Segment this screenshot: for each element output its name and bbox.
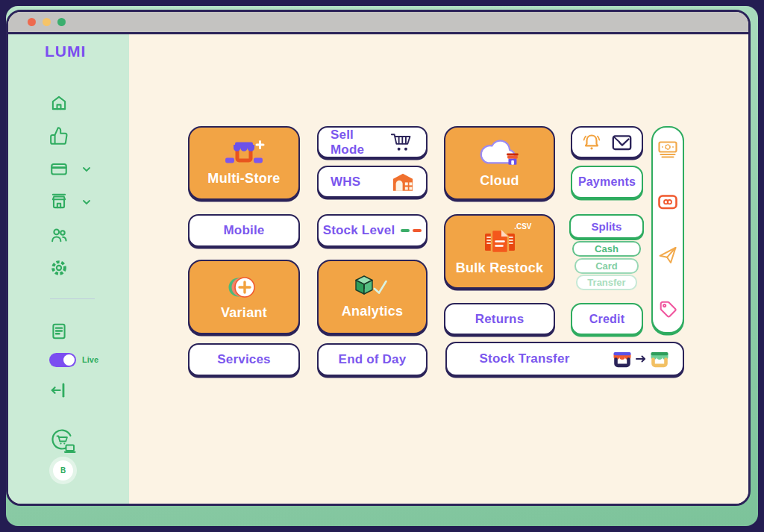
services-tile[interactable]: Services bbox=[188, 343, 300, 376]
variant-circles-icon bbox=[227, 273, 261, 301]
users-icon[interactable] bbox=[49, 225, 69, 245]
sell-mode-tile[interactable]: Sell Mode bbox=[317, 126, 428, 158]
tile-label: Stock Transfer bbox=[447, 351, 602, 366]
stock-transfer-tile[interactable]: Stock Transfer bbox=[445, 342, 684, 376]
whs-tile[interactable]: WHS bbox=[317, 166, 428, 198]
stock-level-dashes-icon bbox=[401, 229, 422, 233]
sidebar-divider bbox=[50, 298, 95, 299]
warehouse-icon bbox=[392, 172, 414, 192]
send-icon[interactable] bbox=[658, 246, 677, 264]
multi-store-icon bbox=[223, 140, 265, 167]
close-button[interactable] bbox=[28, 18, 36, 26]
tile-label: End of Day bbox=[339, 352, 407, 367]
payment-methods-strip bbox=[651, 126, 684, 334]
app-logo: LUMI bbox=[45, 43, 86, 60]
avatar-initial: B bbox=[60, 466, 66, 475]
main-content: Multi-Store Sell Mode WHS bbox=[129, 34, 748, 504]
tile-label: Multi-Store bbox=[207, 171, 280, 187]
tile-label: Payments bbox=[578, 175, 636, 189]
tile-label: Stock Level bbox=[323, 223, 395, 238]
settings-gear-icon[interactable] bbox=[49, 258, 69, 278]
store-icon[interactable] bbox=[49, 192, 69, 211]
thumbs-up-icon[interactable] bbox=[49, 126, 69, 145]
store-transfer-icon bbox=[613, 351, 669, 368]
option-label: Card bbox=[595, 260, 618, 272]
cloud-store-icon bbox=[477, 138, 523, 169]
splits-option-transfer[interactable]: Transfer bbox=[576, 275, 637, 290]
analytics-tile[interactable]: Analytics bbox=[317, 260, 428, 334]
bell-icon bbox=[582, 133, 601, 152]
bulk-restock-tile[interactable]: .CSV Bulk Restock bbox=[444, 214, 555, 289]
option-label: Transfer bbox=[587, 277, 625, 288]
cash-icon[interactable] bbox=[658, 141, 677, 159]
tile-label: Services bbox=[217, 352, 271, 367]
minimize-button[interactable] bbox=[43, 18, 51, 26]
tile-label: Cloud bbox=[480, 173, 519, 189]
cart-icon bbox=[390, 132, 414, 152]
credit-card-icon[interactable] bbox=[658, 195, 677, 210]
tile-label: Mobile bbox=[223, 223, 264, 238]
csv-badge: .CSV bbox=[514, 222, 531, 231]
card-icon[interactable] bbox=[49, 159, 69, 178]
notifications-tile[interactable] bbox=[571, 126, 643, 158]
variant-tile[interactable]: Variant bbox=[188, 260, 300, 334]
mail-check-icon bbox=[612, 134, 632, 151]
tile-label: Variant bbox=[221, 305, 267, 321]
logout-icon[interactable] bbox=[49, 381, 69, 400]
tile-label: Analytics bbox=[342, 304, 404, 319]
pos-cart-icon[interactable] bbox=[49, 428, 76, 454]
tile-label: Sell Mode bbox=[331, 128, 390, 157]
option-label: Cash bbox=[595, 243, 619, 254]
end-of-day-tile[interactable]: End of Day bbox=[317, 343, 428, 376]
home-icon[interactable] bbox=[49, 93, 69, 113]
live-label: Live bbox=[82, 355, 98, 364]
multi-store-tile[interactable]: Multi-Store bbox=[188, 126, 300, 200]
analytics-box-icon bbox=[354, 275, 391, 300]
title-bar bbox=[8, 12, 748, 34]
maximize-button[interactable] bbox=[57, 18, 66, 26]
tile-label: Returns bbox=[475, 312, 525, 327]
tile-label: Splits bbox=[592, 220, 622, 233]
sidebar: LUMI bbox=[8, 34, 129, 504]
splits-tile[interactable]: Splits bbox=[569, 214, 644, 239]
chevron-down-icon[interactable] bbox=[81, 196, 93, 208]
tile-label: Credit bbox=[589, 313, 624, 326]
returns-tile[interactable]: Returns bbox=[444, 303, 555, 335]
csv-document-icon: .CSV bbox=[480, 227, 520, 257]
live-mode-toggle[interactable] bbox=[49, 353, 76, 367]
tag-icon[interactable] bbox=[659, 300, 677, 319]
stock-level-tile[interactable]: Stock Level bbox=[317, 214, 428, 247]
splits-option-cash[interactable]: Cash bbox=[572, 241, 641, 257]
payments-tile[interactable]: Payments bbox=[571, 166, 643, 198]
mobile-tile[interactable]: Mobile bbox=[188, 214, 300, 247]
app-window: LUMI bbox=[6, 10, 751, 506]
chevron-down-icon[interactable] bbox=[81, 163, 93, 175]
user-avatar[interactable]: B bbox=[53, 460, 73, 481]
tile-label: Bulk Restock bbox=[456, 260, 544, 276]
document-icon[interactable] bbox=[49, 322, 69, 341]
cloud-tile[interactable]: Cloud bbox=[444, 126, 555, 200]
credit-tile[interactable]: Credit bbox=[571, 303, 643, 335]
splits-option-card[interactable]: Card bbox=[574, 258, 639, 274]
tile-label: WHS bbox=[331, 175, 360, 190]
toggle-knob bbox=[63, 354, 75, 366]
